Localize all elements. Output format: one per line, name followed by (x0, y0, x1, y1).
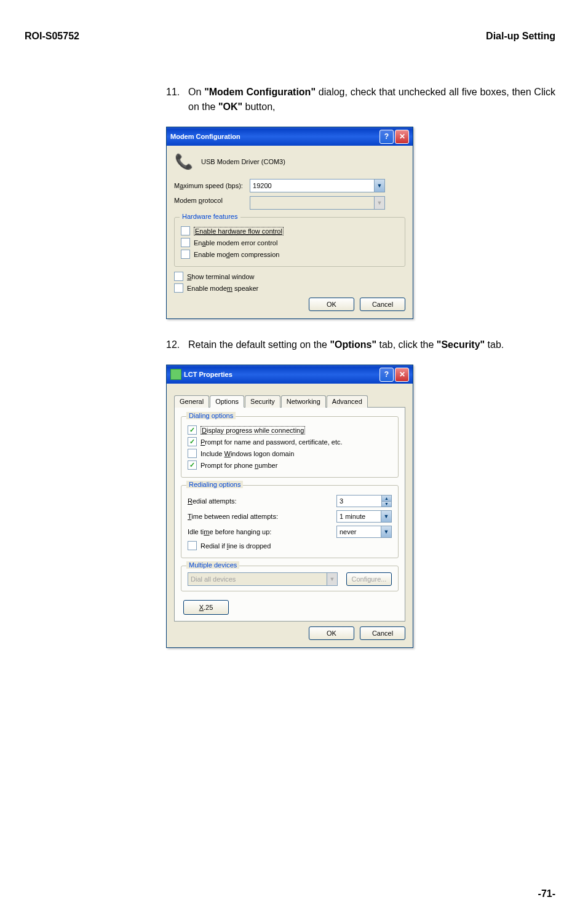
modem-driver-label: USB Modem Driver (COM3) (201, 158, 285, 165)
modem-protocol-label: Modem protocol (174, 197, 248, 204)
enable-speaker-checkbox[interactable] (174, 283, 183, 293)
text-fragment: Idle ti (188, 528, 204, 535)
lct-properties-dialog: LCT Properties ? ✕ General Options Secur… (166, 365, 413, 648)
accel-underline: m (227, 285, 232, 292)
checkbox-label: Enable hardware flow control (194, 227, 284, 235)
tab-security[interactable]: Security (245, 395, 280, 408)
tab-options[interactable]: Options (210, 395, 244, 408)
text-fragment: Retain the default setting on the (188, 339, 330, 350)
text-fragment: tab. (485, 339, 504, 350)
text-fragment: ximum speed (bps): (183, 182, 243, 189)
tab-networking[interactable]: Networking (281, 395, 326, 408)
chevron-down-icon: ▼ (381, 526, 391, 537)
checkbox-label: Prompt for phone number (201, 462, 277, 469)
redialing-options-group: Redialing options Redial attempts: 3 ▲▼ … (181, 485, 399, 558)
text-fragment: edial attempts: (193, 497, 237, 505)
redial-if-dropped-checkbox[interactable] (188, 541, 197, 550)
instruction-step-12: 12. Retain the default setting on the "O… (166, 338, 555, 352)
multi-devices-combo: Dial all devices ▼ (188, 572, 338, 586)
titlebar: LCT Properties ? ✕ (167, 365, 413, 384)
include-logon-domain-checkbox[interactable] (188, 449, 197, 458)
text-fragment: rompt for name and password, certificate… (205, 438, 342, 446)
checkbox-label: Show terminal window (187, 273, 254, 280)
text-fragment: e before hanging up: (209, 528, 271, 535)
ok-button[interactable]: OK (309, 298, 354, 311)
text-fragment: En (194, 239, 202, 247)
combo-value: never (340, 528, 357, 535)
group-legend: Multiple devices (186, 561, 239, 569)
bold-term: "Security" (437, 339, 485, 350)
time-between-redial-combo[interactable]: 1 minute ▼ (336, 510, 392, 523)
checkbox-label: Enable modem speaker (187, 285, 258, 292)
close-button[interactable]: ✕ (395, 368, 409, 382)
text-fragment: indows logon domain (231, 450, 294, 457)
page-number: -71- (538, 888, 555, 899)
combo-value: Dial all devices (191, 575, 236, 583)
redial-attempts-label: Redial attempts: (188, 497, 336, 505)
text-fragment: Prompt for phone (201, 462, 255, 469)
hardware-features-group: Hardware features Enable hardware flow c… (174, 217, 405, 267)
checkbox-label: Enable modem error control (194, 239, 277, 247)
text-fragment: Include (201, 450, 224, 457)
text-fragment: speaker (232, 285, 258, 292)
multiple-devices-group: Multiple devices Dial all devices ▼ Conf… (181, 566, 399, 591)
group-legend: Dialing options (186, 412, 236, 419)
prompt-name-password-checkbox[interactable] (188, 437, 197, 446)
time-between-redial-label: Time between redial attempts: (188, 513, 336, 520)
cancel-button[interactable]: Cancel (360, 298, 405, 311)
step-text: On "Modem Configuration" dialog, check t… (188, 85, 555, 114)
text-fragment: Modem (174, 197, 199, 204)
chevron-down-icon: ▼ (374, 180, 384, 192)
dialing-options-group: Dialing options Display progress while c… (181, 416, 399, 478)
checkbox-label: Prompt for name and password, certificat… (201, 438, 343, 446)
tab-advanced[interactable]: Advanced (327, 395, 368, 408)
enable-compression-checkbox[interactable] (181, 250, 190, 259)
prompt-phone-number-checkbox[interactable] (188, 460, 197, 470)
bold-term: "OK" (218, 101, 242, 112)
enable-hardware-flow-checkbox[interactable] (181, 226, 190, 235)
tab-general[interactable]: General (174, 395, 209, 408)
step-number: 12. (166, 338, 188, 352)
checkbox-label: Redial if line is dropped (201, 542, 271, 550)
accel-underline: D (202, 427, 207, 434)
modem-configuration-dialog: Modem Configuration ? ✕ 📞 USB Modem Driv… (166, 127, 413, 319)
text-fragment: ime between redial attempts: (191, 513, 278, 520)
chevron-down-icon: ▼ (381, 511, 391, 522)
text-fragment: em compression (230, 251, 280, 258)
cancel-button[interactable]: Cancel (360, 626, 405, 640)
close-button[interactable]: ✕ (395, 130, 409, 144)
titlebar: Modem Configuration ? ✕ (167, 127, 413, 146)
checkbox-label: Include Windows logon domain (201, 450, 294, 457)
show-terminal-checkbox[interactable] (174, 272, 183, 281)
group-legend: Hardware features (180, 213, 240, 220)
modem-protocol-combo: ▼ (250, 196, 385, 210)
header-left: ROI-S05752 (25, 31, 79, 42)
help-button[interactable]: ? (379, 368, 394, 382)
text-fragment: rotocol (202, 197, 223, 204)
instruction-step-11: 11. On "Modem Configuration" dialog, che… (166, 85, 555, 114)
spin-up-icon[interactable]: ▲ (382, 496, 391, 502)
text-fragment: .25 (204, 604, 213, 611)
display-progress-checkbox[interactable] (188, 425, 197, 435)
modem-icon: 📞 (174, 152, 194, 172)
chevron-down-icon: ▼ (374, 197, 384, 209)
checkbox-label: Display progress while connecting (201, 426, 305, 435)
enable-error-control-checkbox[interactable] (181, 238, 190, 247)
configure-button: Configure... (346, 572, 392, 586)
x25-button[interactable]: X.25 (183, 600, 229, 615)
dialog-title: LCT Properties (184, 371, 378, 378)
lct-icon (170, 369, 181, 380)
max-speed-combo[interactable]: 19200 ▼ (250, 179, 385, 192)
text-fragment: Enable mo (194, 251, 226, 258)
tab-panel: Dialing options Display progress while c… (174, 408, 405, 622)
idle-time-combo[interactable]: never ▼ (336, 526, 392, 538)
redial-attempts-spinner[interactable]: 3 ▲▼ (336, 495, 392, 507)
help-button[interactable]: ? (379, 130, 394, 144)
text-fragment: ine is dropped (228, 542, 271, 550)
spinner-buttons[interactable]: ▲▼ (381, 496, 391, 507)
ok-button[interactable]: OK (309, 626, 354, 640)
spin-down-icon[interactable]: ▼ (382, 502, 391, 507)
step-number: 11. (166, 85, 188, 114)
bold-term: "Options" (330, 339, 376, 350)
text-fragment: M (174, 182, 180, 189)
